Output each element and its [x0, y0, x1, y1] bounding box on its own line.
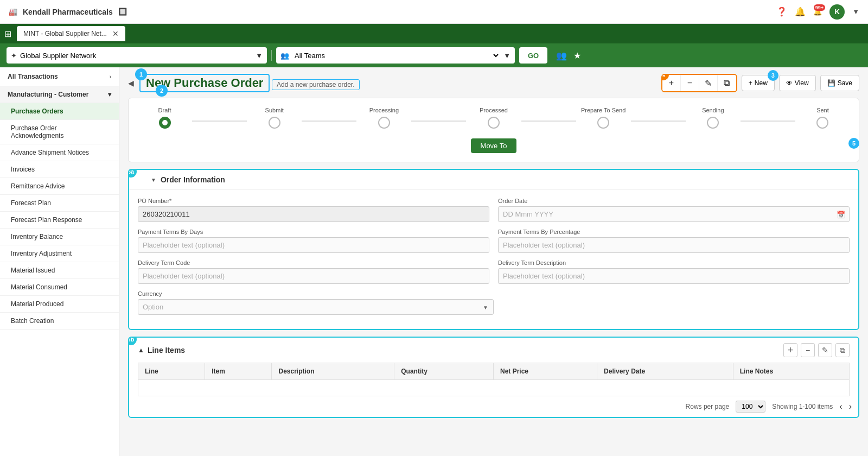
step-line-4 [521, 121, 576, 122]
search-input[interactable] [20, 52, 252, 60]
order-date-input[interactable] [498, 206, 850, 222]
sidebar-item-po-ack[interactable]: Purchase Order Acknowledgments [0, 120, 119, 144]
delivery-desc-input[interactable] [498, 268, 850, 284]
alerts-icon-wrap[interactable]: 🔔 99+ [813, 8, 822, 16]
grid-icon[interactable]: ⊞ [4, 29, 11, 39]
col-item: Item [205, 363, 272, 380]
payment-days-label: Payment Terms By Days [138, 229, 489, 235]
team-dropdown-icon[interactable]: ▼ [503, 52, 510, 60]
sidebar-section-manufacturing[interactable]: Manufacturing - Customer ▾ [0, 86, 119, 103]
sidebar-item-forecast-plan[interactable]: Forecast Plan [0, 195, 119, 212]
step-line-1 [192, 121, 247, 122]
team-select[interactable]: All Teams [292, 51, 500, 60]
sidebar-collapse-icon: ▾ [108, 91, 111, 98]
progress-steps-wrap: Draft Submit Processing [137, 107, 850, 129]
sidebar-collapse-button[interactable]: ◀ [128, 79, 134, 87]
sidebar-item-material-consumed[interactable]: Material Consumed [0, 279, 119, 296]
step-draft[interactable]: Draft [137, 107, 192, 129]
sidebar-sub-label: Manufacturing - Customer [8, 91, 88, 98]
line-items-add-button[interactable]: + [783, 343, 797, 357]
line-items-copy-button[interactable]: ⧉ [835, 343, 850, 357]
step-sent[interactable]: Sent [795, 107, 850, 129]
sidebar-item-material-issued[interactable]: Material Issued [0, 262, 119, 279]
people-icon[interactable]: 👥 [556, 50, 567, 61]
star-icon[interactable]: ★ [573, 50, 581, 61]
sidebar-item-batch-creation[interactable]: Batch Creation [0, 313, 119, 330]
search-input-wrap: ✦ ▼ [7, 47, 267, 64]
avatar[interactable]: K [829, 4, 845, 20]
order-info-body: PO Number* Order Date Payment Terms By D… [129, 190, 858, 329]
new-button[interactable]: + New 3 [742, 75, 775, 91]
help-icon[interactable]: ❓ [776, 7, 787, 17]
delivery-code-input[interactable] [138, 268, 489, 284]
order-date-wrap [498, 206, 850, 222]
new-icon: + [749, 79, 752, 87]
col-description: Description [272, 363, 394, 380]
step-processing-circle [378, 117, 390, 129]
sidebar-item-advance-shipment[interactable]: Advance Shipment Notices [0, 144, 119, 161]
toolbar-edit-button[interactable]: ✎ [699, 75, 718, 91]
sidebar-item-remittance[interactable]: Remittance Advice [0, 178, 119, 195]
toolbar-action-group: 4 + − ✎ ⧉ [661, 74, 737, 92]
view-button[interactable]: 👁 View [779, 75, 816, 91]
step-submit-circle [269, 117, 280, 129]
delivery-desc-col: Delivery Term Description [498, 259, 850, 284]
step-submit[interactable]: Submit [247, 107, 302, 129]
sidebar-item-inventory-balance[interactable]: Inventory Balance [0, 229, 119, 245]
page-title-wrap: 1 New Purchase Order 2 Add a new purchas… [139, 74, 360, 92]
collapse-icon[interactable]: ▼ [151, 177, 156, 183]
sidebar-section-all-transactions[interactable]: All Transactions › [0, 67, 119, 86]
sidebar-item-inventory-adjustment[interactable]: Inventory Adjustment [0, 245, 119, 262]
step-prepare-to-send[interactable]: Prepare To Send [576, 107, 631, 129]
order-info-header: 6a ▼ Order Information [129, 170, 858, 190]
brand-logo: 🏭 [9, 8, 17, 16]
po-number-input[interactable] [138, 206, 489, 222]
toolbar-copy-button[interactable]: ⧉ [718, 75, 736, 91]
move-to-button[interactable]: Move To [471, 138, 517, 153]
sidebar-item-purchase-orders[interactable]: Purchase Orders [0, 103, 119, 120]
sidebar-item-invoices[interactable]: Invoices [0, 161, 119, 178]
rows-per-page-label: Rows per page [686, 403, 730, 410]
save-button[interactable]: 💾 Save [820, 75, 859, 91]
search-dropdown-icon[interactable]: ▼ [256, 52, 263, 60]
notifications-icon[interactable]: 🔔 [795, 7, 806, 17]
team-icon: 👥 [280, 52, 289, 60]
action-badge-3: 3 [768, 70, 778, 81]
tab-mint[interactable]: MINT - Global Supplier Net... ✕ [17, 26, 125, 41]
step-prepare-circle [597, 117, 609, 129]
step-draft-circle [159, 117, 171, 129]
payment-pct-col: Payment Terms By Percentage [498, 229, 850, 253]
prev-page-button[interactable]: ‹ [839, 402, 842, 411]
view-icon: 👁 [786, 79, 793, 87]
svg-point-0 [162, 120, 168, 125]
delivery-code-label: Delivery Term Code [138, 259, 489, 266]
step-processing[interactable]: Processing [356, 107, 411, 129]
rows-per-page-select[interactable]: 100 50 25 [736, 401, 765, 413]
tab-label: MINT - Global Supplier Net... [23, 30, 107, 37]
payment-days-input[interactable] [138, 237, 489, 253]
next-page-button[interactable]: › [849, 402, 852, 411]
tab-close-icon[interactable]: ✕ [112, 29, 119, 38]
badge-5: 5 [848, 138, 859, 149]
col-line-notes: Line Notes [733, 363, 849, 380]
step-processed[interactable]: Processed [466, 107, 521, 129]
sidebar-item-forecast-response[interactable]: Forecast Plan Response [0, 212, 119, 229]
payment-pct-input[interactable] [498, 237, 850, 253]
step-sending[interactable]: Sending [686, 107, 741, 129]
toolbar: 4 + − ✎ ⧉ + New 3 👁 View [661, 74, 859, 92]
col-net-price: Net Price [494, 363, 597, 380]
go-button[interactable]: GO [519, 47, 547, 64]
step-line-3 [411, 121, 466, 122]
avatar-chevron-icon[interactable]: ▼ [852, 8, 859, 16]
currency-select[interactable]: Option [138, 299, 494, 315]
line-items-edit-button[interactable]: ✎ [818, 343, 832, 357]
toolbar-remove-button[interactable]: − [681, 75, 699, 91]
sidebar-item-material-produced[interactable]: Material Produced [0, 296, 119, 313]
line-items-section: 6b ▲ Line Items + − ✎ ⧉ Line [128, 337, 859, 418]
step-badge-1: 1 [135, 68, 147, 80]
line-items-collapse-icon[interactable]: ▲ [138, 346, 144, 354]
search-bar: ✦ ▼ 👥 All Teams ▼ GO 👥 ★ [0, 43, 868, 67]
line-items-remove-button[interactable]: − [801, 343, 815, 357]
alerts-badge: 99+ [814, 4, 825, 11]
line-items-title-wrap: ▲ Line Items [138, 346, 185, 354]
